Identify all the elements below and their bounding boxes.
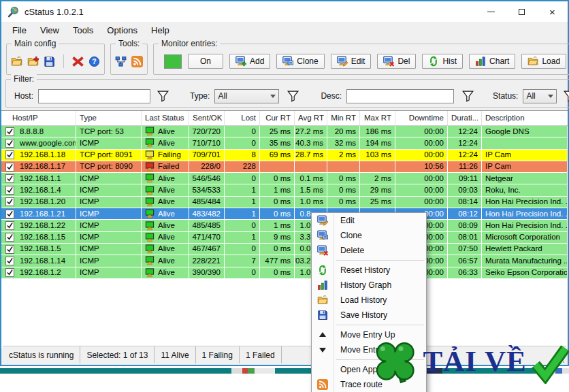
cell-status: Alive [142, 232, 189, 244]
add-button[interactable]: Add [229, 54, 270, 69]
funnel-icon[interactable] [287, 90, 299, 103]
cell-avg-rt: 0.1 ms [295, 173, 327, 184]
minimize-button[interactable] [476, 1, 506, 22]
maximize-button[interactable] [506, 1, 537, 22]
table-row[interactable]: 192.168.1.14ICMPAlive228/2217477 ms703.2… [1, 255, 568, 267]
desc-filter-input[interactable] [346, 89, 454, 103]
monitor-clone-icon [317, 230, 328, 241]
table-row[interactable]: 192.168.1.20ICMPAlive485/48410 ms1.0 ms0… [1, 197, 568, 208]
col-downtime[interactable]: Downtime [395, 111, 448, 125]
rss-icon[interactable] [131, 56, 143, 67]
row-checkbox[interactable] [5, 245, 14, 254]
table-row[interactable]: 192.168.1.21ICMPAlive483/48210 ms0.8 ms0… [1, 208, 568, 220]
table-row[interactable]: 192.168.1.22ICMPAlive485/48501 ms1.0 ms0… [1, 220, 568, 231]
row-checkbox[interactable] [5, 221, 14, 230]
context-menu-separator [312, 323, 426, 327]
row-checkbox[interactable] [5, 268, 14, 277]
table-row[interactable]: 192.168.1.15ICMPAlive471/47019 ms3.3 ms0… [1, 232, 568, 244]
cell-type: TCP port: 8091 [76, 150, 142, 161]
cell-status: Alive [142, 173, 189, 184]
cell-min-rt: 2 ms [327, 150, 360, 161]
col-min-rt[interactable]: Min RT [327, 111, 360, 125]
red-x-icon[interactable] [72, 56, 84, 67]
open-folder-icon[interactable] [11, 56, 22, 67]
menu-options[interactable]: Options [100, 23, 144, 37]
funnel-icon[interactable] [563, 90, 569, 103]
help-icon[interactable]: ? [88, 56, 100, 67]
context-menu-item-reset-history[interactable]: Reset History [312, 263, 426, 278]
cell-type: ICMP [76, 137, 142, 149]
context-menu-item-load-history[interactable]: Load History [312, 293, 426, 308]
context-menu-item-edit[interactable]: Edit [312, 213, 426, 228]
add-folder-icon[interactable] [27, 56, 39, 67]
save-floppy-icon[interactable] [44, 56, 55, 67]
host-filter-input[interactable] [38, 89, 150, 103]
menu-tools[interactable]: Tools [66, 23, 100, 37]
hist-button[interactable]: Hist [422, 54, 463, 69]
monitor-status-icon [145, 244, 155, 254]
context-menu-item-history-graph[interactable]: History Graph [312, 278, 426, 293]
on-button[interactable]: On [188, 54, 223, 69]
col-lost[interactable]: Lost [225, 111, 260, 125]
row-checkbox[interactable] [5, 174, 14, 183]
cell-lost: 1 [225, 232, 260, 244]
clone-button[interactable]: Clone [276, 54, 324, 69]
menu-help[interactable]: Help [144, 23, 176, 37]
edit-button[interactable]: Edit [331, 54, 372, 69]
cell-duration: 12:24 [448, 150, 482, 161]
context-menu-item-clone[interactable]: Clone [312, 228, 426, 243]
col-description[interactable]: Description [482, 111, 568, 125]
menu-file[interactable]: File [5, 23, 33, 37]
table-row[interactable]: 8.8.8.8TCP port: 53Alive720/720025 ms27.… [1, 126, 568, 137]
row-checkbox[interactable] [5, 233, 14, 242]
table-row[interactable]: 192.168.1.18TCP port: 8091Failing709/701… [1, 150, 568, 161]
col-max-rt[interactable]: Max RT [360, 111, 395, 125]
desc-filter-label: Desc: [321, 91, 342, 101]
funnel-icon[interactable] [157, 90, 169, 103]
row-checkbox[interactable] [5, 197, 14, 206]
cell-host: www.google.com [1, 137, 76, 149]
row-checkbox[interactable] [5, 257, 14, 265]
row-checkbox[interactable] [5, 127, 14, 136]
col-duration[interactable]: Durati... [448, 111, 482, 125]
funnel-icon[interactable] [461, 90, 474, 103]
type-filter-select[interactable]: All [214, 89, 279, 103]
network-icon[interactable] [115, 56, 127, 67]
menu-view[interactable]: View [33, 23, 66, 37]
del-button[interactable]: Del [377, 54, 416, 69]
cell-status: Alive [142, 255, 189, 267]
table-row[interactable]: 192.168.1.17TCP port: 8090Failed228/0228… [1, 161, 568, 173]
monitor-edit-icon [337, 56, 348, 67]
status-filter-select[interactable]: All [523, 89, 557, 103]
row-checkbox[interactable] [5, 139, 14, 148]
cell-lost: 1 [225, 184, 260, 196]
chart-button[interactable]: Chart [469, 54, 515, 69]
row-checkbox[interactable] [5, 163, 14, 172]
table-row[interactable]: 192.168.1.4ICMPAlive534/53311 ms1.5 ms0 … [1, 184, 568, 196]
cell-host: 192.168.1.15 [1, 232, 76, 244]
row-checkbox[interactable] [5, 186, 14, 195]
cell-avg-rt: 1.5 ms [295, 184, 327, 196]
col-type[interactable]: Type [76, 111, 142, 125]
load-button[interactable]: Load [521, 54, 566, 69]
cell-downtime: 00:00 [395, 126, 448, 137]
col-sent-ok[interactable]: Sent/OK [189, 111, 225, 125]
cell-max-rt: 194 ms [360, 137, 395, 149]
cell-lost: 0 [225, 173, 260, 184]
col-last-status[interactable]: Last Status [142, 111, 189, 125]
table-row[interactable]: www.google.comICMPAlive710/710035 ms40.3… [1, 137, 568, 149]
table-row[interactable]: 192.168.1.2ICMPAlive390/39000 ms1.0 ms00… [1, 267, 568, 279]
cell-duration: 08:12 [448, 208, 482, 220]
monitor-status-icon [145, 150, 155, 160]
close-button[interactable]: × [537, 1, 568, 22]
table-row[interactable]: 192.168.1.5ICMPAlive467/46700 ms0.0 ms00… [1, 244, 568, 255]
context-menu-item-delete[interactable]: Delete [312, 243, 426, 258]
row-checkbox[interactable] [5, 210, 14, 218]
cell-sent: 228/221 [189, 255, 225, 267]
table-row[interactable]: 192.168.1.1ICMPAlive546/54600 ms0.1 ms0 … [1, 173, 568, 184]
col-avg-rt[interactable]: Avg RT [295, 111, 327, 125]
col-host-ip[interactable]: Host/IP [1, 111, 76, 125]
row-checkbox[interactable] [5, 150, 14, 159]
col-cur-rt[interactable]: Cur RT [260, 111, 295, 125]
context-menu-item-save-history[interactable]: Save History [312, 308, 426, 323]
